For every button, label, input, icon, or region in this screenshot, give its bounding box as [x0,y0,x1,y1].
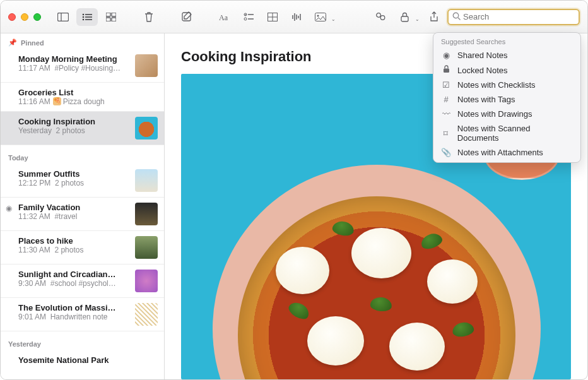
checklist-button[interactable] [238,8,259,26]
toolbar: Aa ⌄ ⌄ [1,1,587,33]
window-controls [8,13,41,21]
lock-icon [441,65,451,75]
note-meta: 11:16 AMPizza dough [18,97,158,106]
note-row-monday-meeting[interactable]: Monday Morning Meeting 11:17 AM #Policy … [1,49,164,83]
note-title: Places to hike [18,236,130,246]
note-meta: 11:32 AM #travel [18,212,130,221]
media-dropdown-chevron-icon[interactable]: ⌄ [331,11,336,22]
note-meta: 9:30 AM #school #psychol… [18,279,130,288]
suggested-searches-popover: Suggested Searches ◉ Shared Notes Locked… [433,32,581,163]
note-row-yosemite[interactable]: Yosemite National Park [1,350,164,370]
note-title: Family Vacation [18,203,130,212]
notes-window: Aa ⌄ ⌄ [0,0,588,380]
search-icon [452,12,461,22]
note-thumbnail [135,169,158,192]
suggestion-tags[interactable]: # Notes with Tags [433,92,580,107]
list-view-button[interactable] [76,8,98,26]
note-thumbnail [135,236,158,259]
suggestion-scanned[interactable]: ⌑ Notes with Scanned Documents [433,121,580,145]
note-title: Summer Outfits [18,169,130,179]
svg-rect-9 [112,13,116,16]
share-button[interactable] [423,8,445,26]
note-meta: 9:01 AM Handwritten note [18,312,130,321]
search-field[interactable] [447,9,580,25]
note-thumbnail [135,117,158,140]
person-circle-icon: ◉ [441,50,451,60]
note-meta: 11:17 AM #Policy #Housing… [18,64,130,73]
note-row-places-to-hike[interactable]: Places to hike 11:30 AM 2 photos [1,231,164,264]
pizza-emoji-icon [53,97,61,105]
svg-text:Aa: Aa [219,13,228,21]
note-title: Groceries List [18,88,158,97]
note-row-cooking-inspiration[interactable]: Cooking Inspiration Yesterday 2 photos [1,112,164,145]
suggestion-label: Notes with Drawings [457,109,532,119]
tag-icon: # [441,95,451,104]
minimize-window-button[interactable] [21,13,28,21]
lock-note-button[interactable] [394,8,415,26]
format-text-button[interactable]: Aa [214,8,235,26]
suggestion-label: Notes with Tags [457,95,515,104]
suggestion-attachments[interactable]: 📎 Notes with Attachments [433,145,580,160]
suggestion-shared-notes[interactable]: ◉ Shared Notes [433,48,580,62]
link-note-button[interactable] [370,8,391,26]
pinned-section-header: 📌 Pinned [1,33,164,49]
note-thumbnail [135,54,158,77]
delete-note-button[interactable] [138,8,160,26]
note-thumbnail [135,303,158,326]
note-title: Monday Morning Meeting [18,54,130,64]
svg-point-31 [453,13,458,18]
svg-point-3 [83,16,85,18]
notes-list-sidebar[interactable]: 📌 Pinned Monday Morning Meeting 11:17 AM… [1,33,165,379]
svg-rect-30 [401,16,408,21]
svg-rect-33 [444,69,449,73]
section-label: Today [8,154,28,162]
note-row-sunlight-circadian[interactable]: Sunlight and Circadian… 9:30 AM #school … [1,264,164,298]
search-input[interactable] [463,12,575,21]
scan-icon: ⌑ [441,129,451,138]
zoom-window-button[interactable] [33,13,41,21]
section-label: Pinned [21,39,44,47]
svg-line-32 [458,18,461,20]
new-note-button[interactable] [176,8,197,26]
section-label: Yesterday [8,340,41,348]
suggestion-label: Locked Notes [457,66,508,75]
svg-rect-0 [58,13,69,21]
note-title: Yosemite National Park [18,355,158,365]
note-row-family-vacation[interactable]: ◉ Family Vacation 11:32 AM #travel [1,198,164,231]
suggestion-label: Notes with Scanned Documents [457,124,573,143]
svg-point-28 [376,13,380,18]
table-button[interactable] [262,8,283,26]
svg-point-2 [83,13,85,15]
svg-point-4 [83,18,85,20]
note-title: Sunlight and Circadian… [18,270,130,279]
lock-dropdown-chevron-icon[interactable]: ⌄ [415,11,420,22]
note-meta: 11:30 AM 2 photos [18,246,130,254]
svg-point-27 [317,15,319,16]
pin-icon: 📌 [8,39,17,47]
checklist-icon: ☑ [441,80,451,90]
note-title: Cooking Inspiration [18,117,130,126]
attachment-icon: 📎 [441,148,451,157]
suggested-header: Suggested Searches [433,37,580,48]
today-section-header: Today [1,145,164,164]
note-thumbnail [135,203,158,225]
suggestion-label: Notes with Checklists [457,80,536,90]
note-row-summer-outfits[interactable]: Summer Outfits 12:12 PM 2 photos [1,164,164,198]
shared-badge-icon: ◉ [6,204,12,213]
toggle-sidebar-button[interactable] [52,8,74,26]
media-button[interactable] [310,8,331,26]
suggestion-locked-notes[interactable]: Locked Notes [433,62,580,78]
audio-button[interactable] [286,8,307,26]
note-title: The Evolution of Massi… [18,303,130,312]
svg-point-29 [380,16,385,20]
gallery-view-button[interactable] [100,8,122,26]
svg-point-16 [244,18,247,20]
close-window-button[interactable] [8,13,16,21]
note-thumbnail [135,270,158,292]
suggestion-label: Notes with Attachments [457,148,543,157]
suggestion-checklists[interactable]: ☑ Notes with Checklists [433,78,580,92]
note-row-evolution-massive[interactable]: The Evolution of Massi… 9:01 AM Handwrit… [1,298,164,331]
suggestion-drawings[interactable]: 〰 Notes with Drawings [433,107,580,121]
svg-rect-10 [106,18,110,21]
note-row-groceries[interactable]: Groceries List 11:16 AMPizza dough [1,83,164,112]
